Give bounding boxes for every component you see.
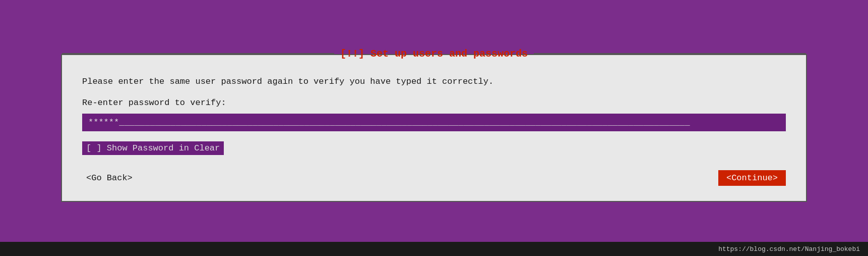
continue-button[interactable]: <Continue> bbox=[718, 170, 786, 186]
title-line-right bbox=[534, 53, 806, 54]
password-field-display: ****** _________________________________… bbox=[88, 118, 780, 127]
bottom-url: https://blog.csdn.net/Nanjing_bokebi bbox=[718, 245, 860, 253]
background: [!!] Set up users and passwords Please e… bbox=[0, 0, 868, 256]
password-input-container[interactable]: ****** _________________________________… bbox=[82, 114, 786, 131]
show-password-checkbox[interactable]: [ ] Show Password in Clear bbox=[82, 141, 224, 155]
bottom-bar: https://blog.csdn.net/Nanjing_bokebi bbox=[0, 242, 868, 256]
password-value: ****** bbox=[88, 118, 119, 127]
title-line-left bbox=[62, 53, 334, 54]
dialog-title: [!!] Set up users and passwords bbox=[338, 48, 530, 60]
dialog-container: [!!] Set up users and passwords Please e… bbox=[61, 54, 807, 202]
go-back-button[interactable]: <Go Back> bbox=[82, 171, 137, 185]
dialog-title-bar: [!!] Set up users and passwords bbox=[62, 48, 806, 60]
description-text: Please enter the same user password agai… bbox=[82, 75, 786, 88]
password-dashes: ________________________________________… bbox=[119, 118, 780, 127]
dialog-body: Please enter the same user password agai… bbox=[62, 60, 806, 201]
buttons-row: <Go Back> <Continue> bbox=[82, 170, 786, 186]
password-label: Re-enter password to verify: bbox=[82, 98, 786, 108]
